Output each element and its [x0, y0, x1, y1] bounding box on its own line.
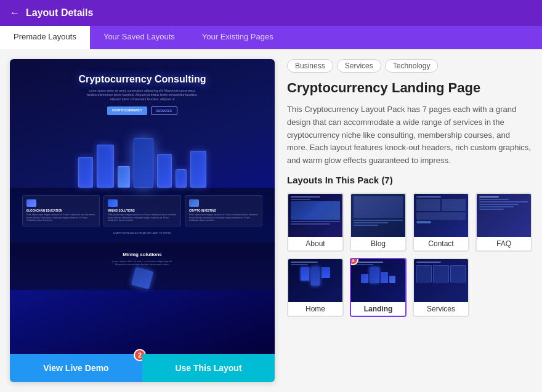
crypto-card-icon-3	[189, 199, 199, 207]
iso-block-3	[118, 166, 130, 188]
tab-saved[interactable]: Your Saved Layouts	[90, 26, 188, 49]
crypto-card-title-3: CRYPTO INVESTING	[189, 209, 258, 212]
crypto-cards: BLOCKCHAIN EDUCATION Pella ullamcorper m…	[22, 195, 262, 226]
layout-thumb-contact-img	[414, 194, 468, 237]
view-demo-button[interactable]: View Live Demo 2	[10, 354, 142, 382]
iso-block-6	[176, 169, 187, 188]
layout-thumb-blog-label: Blog	[351, 237, 405, 250]
tab-bar: Premade Layouts Your Saved Layouts Your …	[0, 26, 542, 49]
layouts-grid: About Blog	[287, 193, 532, 317]
layout-thumb-faq[interactable]: FAQ	[475, 193, 532, 252]
layout-thumb-services-img	[414, 259, 468, 302]
layout-thumb-services[interactable]: Services	[413, 258, 469, 317]
layout-thumb-about-img	[288, 194, 342, 237]
layout-thumb-home-img	[288, 259, 342, 302]
header-title: Layout Details	[26, 7, 93, 18]
crypto-mining-section: Mining solutions Lorem ipsum dolor sit a…	[10, 242, 275, 290]
main-content: Cryptocurrency Consulting Lorem ipsum do…	[0, 49, 542, 392]
crypto-card-3: CRYPTO INVESTING Pella ullamcorper magna…	[185, 195, 262, 226]
crypto-card-2: MINING SOLUTIONS Pella ullamcorper magna…	[103, 195, 181, 226]
iso-block-1	[78, 157, 93, 188]
layout-thumb-contact-label: Contact	[414, 237, 468, 250]
layout-thumb-contact[interactable]: Contact	[413, 193, 469, 252]
iso-block-4	[134, 138, 153, 188]
crypto-secondary-btn: SERVICES	[151, 106, 177, 115]
tab-premade[interactable]: Premade Layouts	[0, 26, 90, 49]
crypto-bottom: BLOCKCHAIN EDUCATION Pella ullamcorper m…	[10, 188, 275, 242]
crypto-card-text-3: Pella ullamcorper magna maximus et. Fusc…	[189, 214, 258, 222]
crypto-header: Cryptocurrency Consulting Lorem ipsum do…	[10, 59, 275, 126]
crypto-page-title: Cryptocurrency Consulting	[34, 74, 250, 85]
layout-thumb-landing-label: Landing	[351, 302, 405, 316]
layout-thumb-services-label: Services	[414, 302, 468, 316]
layouts-section-title: Layouts In This Pack (7)	[287, 175, 532, 185]
detail-panel: Business Services Technology Cryptocurre…	[287, 59, 532, 382]
layout-thumb-home-label: Home	[288, 302, 342, 316]
layout-thumb-home[interactable]: Home	[287, 258, 344, 317]
header: ← Layout Details	[0, 0, 542, 26]
layout-thumb-faq-img	[477, 194, 531, 237]
layout-thumb-about-label: About	[288, 237, 342, 250]
layout-thumb-landing[interactable]: 1 Landing	[350, 258, 407, 317]
crypto-mining-text: Lorem ipsum dolor sit amet, consectetur …	[22, 260, 262, 266]
layout-thumb-faq-label: FAQ	[477, 237, 531, 250]
tab-existing[interactable]: Your Existing Pages	[188, 26, 287, 49]
crypto-page-buttons: CRYPTOCURRENCY SERVICES	[34, 106, 250, 115]
crypto-card-title-1: BLOCKCHAIN EDUCATION	[26, 209, 95, 212]
preview-image: Cryptocurrency Consulting Lorem ipsum do…	[10, 59, 275, 354]
tag-technology[interactable]: Technology	[385, 59, 439, 73]
tag-business[interactable]: Business	[287, 59, 333, 73]
iso-block-7	[190, 151, 206, 188]
crypto-card-text-1: Pella ullamcorper magna maximus et. Fusc…	[26, 214, 95, 222]
crypto-page-desc: Lorem ipsum dolor sit amet, consectetur …	[34, 89, 250, 102]
preview-panel: Cryptocurrency Consulting Lorem ipsum do…	[10, 59, 275, 382]
layout-title: Cryptocurrency Landing Page	[287, 80, 532, 96]
crypto-card-icon-1	[26, 199, 36, 207]
crypto-card-1: BLOCKCHAIN EDUCATION Pella ullamcorper m…	[22, 195, 100, 226]
use-layout-button[interactable]: Use This Layout	[142, 354, 275, 382]
crypto-more-link: LEARN MORE ABOUT WHAT WE HAVE TO OFFER	[22, 231, 262, 234]
crypto-card-title-2: MINING SOLUTIONS	[108, 209, 177, 212]
crypto-card-icon-2	[108, 199, 118, 207]
back-icon[interactable]: ←	[10, 7, 20, 18]
crypto-card-text-2: Pella ullamcorper magna maximus et. Fusc…	[108, 214, 177, 222]
tags-container: Business Services Technology	[287, 59, 532, 73]
layout-description: This Cryptocurrency Layout Pack has 7 pa…	[287, 103, 532, 167]
layout-thumb-blog[interactable]: Blog	[350, 193, 407, 252]
layout-thumb-blog-img	[351, 194, 405, 237]
crypto-3d-shape	[22, 266, 262, 287]
tag-services[interactable]: Services	[337, 59, 381, 73]
preview-actions: View Live Demo 2 Use This Layout	[10, 354, 275, 382]
layout-thumb-landing-img	[351, 259, 405, 302]
iso-block-5	[157, 154, 172, 188]
iso-grid	[10, 126, 275, 188]
crypto-mining-title: Mining solutions	[22, 247, 262, 260]
layout-thumb-about[interactable]: About	[287, 193, 344, 252]
crypto-3d-icon	[131, 266, 154, 289]
crypto-primary-btn: CRYPTOCURRENCY	[107, 106, 147, 115]
iso-block-2	[97, 145, 114, 188]
